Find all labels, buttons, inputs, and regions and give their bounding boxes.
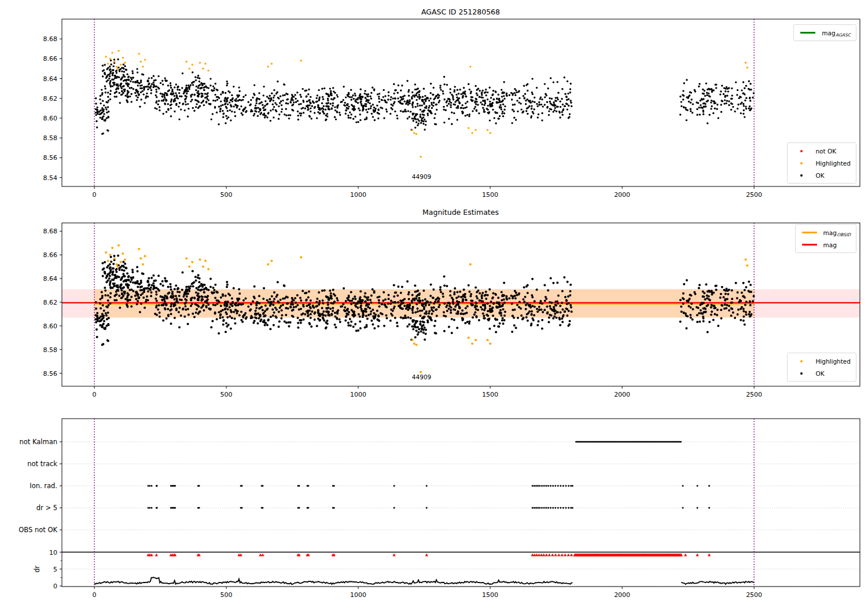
ok-point bbox=[501, 112, 503, 114]
ok-point bbox=[181, 96, 182, 97]
ok-point bbox=[364, 292, 366, 295]
ok-point bbox=[430, 92, 432, 94]
ok-point bbox=[385, 314, 388, 317]
ok-point bbox=[392, 97, 394, 99]
ok-point bbox=[180, 314, 182, 317]
ok-point bbox=[322, 310, 325, 313]
ok-point bbox=[121, 292, 123, 295]
ion-rad-mark bbox=[198, 485, 200, 487]
ok-point bbox=[394, 97, 396, 99]
not-kalman-mark bbox=[681, 441, 682, 443]
ok-point bbox=[711, 293, 713, 295]
ok-point bbox=[415, 118, 417, 120]
ok-point bbox=[698, 287, 700, 289]
ok-point bbox=[445, 109, 447, 111]
ok-point bbox=[297, 115, 299, 116]
ok-point bbox=[727, 90, 729, 92]
ok-point bbox=[163, 298, 165, 301]
ok-point bbox=[491, 297, 494, 299]
ok-point bbox=[285, 108, 287, 110]
ok-point bbox=[171, 90, 173, 92]
ok-point bbox=[178, 118, 180, 120]
ok-point bbox=[690, 91, 692, 93]
ok-point bbox=[699, 304, 701, 306]
ok-point bbox=[292, 104, 294, 105]
ok-point bbox=[745, 286, 747, 288]
ok-point bbox=[690, 294, 692, 296]
highlighted-point bbox=[199, 258, 201, 261]
ok-point bbox=[359, 327, 362, 329]
ok-point bbox=[101, 89, 102, 90]
ok-point bbox=[485, 91, 487, 93]
ok-point bbox=[171, 98, 172, 100]
ok-point bbox=[207, 298, 209, 301]
ok-point bbox=[707, 122, 708, 124]
ok-point bbox=[682, 90, 684, 91]
highlighted-point bbox=[415, 133, 417, 135]
highlighted-point bbox=[117, 68, 119, 69]
ok-point bbox=[121, 90, 123, 92]
ok-point bbox=[744, 100, 746, 101]
ok-point bbox=[336, 310, 339, 313]
not-ok-mark bbox=[554, 554, 557, 556]
ok-point bbox=[559, 116, 561, 118]
ok-point bbox=[240, 311, 242, 313]
ok-point bbox=[457, 302, 459, 305]
ok-point bbox=[724, 90, 726, 92]
not-ok-mark bbox=[545, 554, 548, 556]
ok-point bbox=[256, 100, 258, 102]
ok-point bbox=[483, 317, 485, 320]
ok-point bbox=[711, 100, 712, 101]
ion-rad-mark bbox=[151, 485, 153, 487]
ok-point bbox=[103, 310, 105, 312]
ok-point bbox=[103, 268, 105, 270]
ok-point bbox=[222, 91, 223, 93]
ok-point bbox=[415, 121, 417, 123]
ok-point bbox=[131, 101, 133, 102]
ok-point bbox=[536, 103, 538, 105]
ion-rad-mark bbox=[682, 485, 684, 487]
ok-point bbox=[167, 308, 169, 310]
ok-point bbox=[554, 107, 556, 109]
ok-point bbox=[544, 104, 546, 105]
ok-point bbox=[360, 100, 362, 102]
highlighted-point bbox=[111, 52, 113, 53]
ok-point bbox=[753, 295, 755, 297]
ok-point bbox=[131, 87, 133, 89]
ok-point bbox=[327, 93, 329, 95]
ok-point bbox=[389, 303, 392, 305]
ok-point bbox=[302, 304, 304, 306]
ok-point bbox=[268, 302, 270, 304]
ok-point bbox=[136, 81, 138, 83]
ok-point bbox=[317, 312, 319, 314]
ok-point bbox=[504, 311, 506, 313]
ok-point bbox=[448, 303, 451, 305]
legend-item: Highlighted bbox=[793, 157, 851, 169]
ok-point bbox=[696, 314, 698, 316]
ok-point bbox=[502, 104, 504, 105]
ok-point bbox=[539, 98, 541, 100]
ok-point bbox=[129, 96, 131, 97]
ok-point bbox=[186, 93, 187, 94]
highlighted-point bbox=[489, 342, 491, 345]
ok-point bbox=[332, 105, 333, 107]
ion-rad-mark bbox=[539, 485, 540, 487]
ok-point bbox=[457, 107, 459, 109]
not-ok-mark bbox=[557, 554, 560, 556]
ok-point bbox=[683, 95, 685, 97]
ok-point bbox=[432, 288, 435, 291]
ok-point bbox=[728, 104, 730, 106]
ok-point bbox=[409, 303, 411, 306]
ok-point bbox=[177, 301, 179, 303]
ok-point bbox=[192, 107, 194, 109]
ok-point bbox=[184, 98, 186, 100]
ok-point bbox=[744, 296, 746, 299]
ok-point bbox=[710, 101, 712, 103]
ok-point bbox=[520, 102, 521, 104]
ok-point bbox=[116, 69, 117, 71]
ok-point bbox=[220, 100, 222, 102]
highlighted-point bbox=[138, 53, 140, 54]
ok-point bbox=[529, 100, 531, 101]
ok-point bbox=[415, 115, 417, 116]
ok-point bbox=[383, 117, 385, 119]
